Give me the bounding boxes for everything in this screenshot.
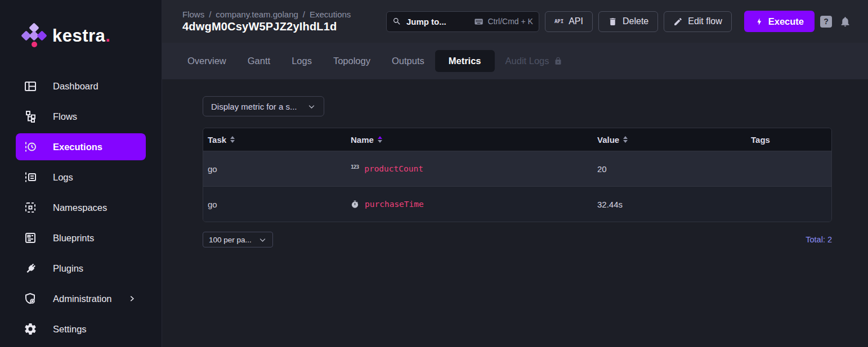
metrics-table: Task Name Value Tags go 123	[203, 128, 832, 222]
metric-filter-value: Display metric for a s...	[211, 102, 297, 111]
metric-name: purchaseTime	[365, 200, 424, 209]
sidebar-item-label: Settings	[53, 324, 87, 335]
tab-topology[interactable]: Topology	[323, 50, 381, 72]
column-header-task[interactable]: Task	[203, 135, 346, 145]
dashboard-icon	[24, 79, 37, 93]
sidebar-item-logs[interactable]: Logs	[16, 164, 146, 191]
kestra-logo-icon	[23, 24, 45, 48]
top-bar: Flows / company.team.golang / Executions…	[162, 0, 868, 43]
sort-icon-active	[378, 136, 382, 143]
shortcut-hint: Ctrl/Cmd + K	[474, 17, 533, 26]
executions-icon	[24, 140, 37, 154]
timer-metric-icon	[351, 200, 359, 209]
value-cell: 32.44s	[593, 200, 746, 209]
execute-button-label: Execute	[768, 16, 804, 27]
api-button-label: API	[569, 16, 583, 26]
delete-button[interactable]: Delete	[598, 11, 658, 32]
sidebar-item-dashboard[interactable]: Dashboard	[16, 73, 146, 100]
sidebar-item-label: Administration	[53, 294, 112, 304]
settings-icon	[24, 322, 37, 336]
blueprints-icon	[24, 231, 37, 245]
tab-gantt[interactable]: Gantt	[237, 50, 281, 72]
bell-icon[interactable]	[839, 16, 851, 28]
sidebar-item-plugins[interactable]: Plugins	[16, 255, 146, 282]
metric-filter-select[interactable]: Display metric for a s...	[203, 96, 324, 116]
breadcrumb-separator: /	[303, 10, 305, 19]
jump-to-label: Jump to...	[406, 17, 446, 26]
execution-tabs: Overview Gantt Logs Topology Outputs Met…	[162, 43, 868, 79]
breadcrumb-flows[interactable]: Flows	[182, 10, 204, 19]
edit-flow-button-label: Edit flow	[688, 16, 722, 26]
sort-icon	[623, 136, 628, 143]
breadcrumb-separator: /	[209, 10, 211, 19]
tab-overview[interactable]: Overview	[177, 50, 237, 72]
name-cell: purchaseTime	[346, 200, 593, 209]
name-cell: 123 productCount	[346, 164, 593, 173]
sidebar-item-label: Logs	[53, 172, 73, 183]
pencil-icon	[673, 17, 683, 26]
api-icon: API	[554, 19, 563, 24]
breadcrumb-executions[interactable]: Executions	[310, 10, 351, 19]
trash-icon	[608, 17, 618, 26]
task-cell: go	[203, 200, 346, 209]
sidebar-item-administration[interactable]: Administration	[16, 285, 146, 312]
tab-outputs[interactable]: Outputs	[381, 50, 435, 72]
tab-audit-logs[interactable]: Audit Logs	[495, 50, 573, 72]
breadcrumb-namespace[interactable]: company.team.golang	[216, 10, 298, 19]
table-row[interactable]: go 123 productCount 20	[203, 151, 831, 186]
task-cell: go	[203, 164, 346, 174]
brand-name: kestra.	[52, 26, 110, 46]
table-header-row: Task Name Value Tags	[203, 128, 831, 151]
edit-flow-button[interactable]: Edit flow	[664, 11, 731, 32]
column-header-name[interactable]: Name	[346, 135, 593, 145]
execution-id-title: 4dwgM0CsyW5PJZ2yIhdL1d	[182, 20, 381, 33]
sidebar-item-label: Blueprints	[53, 233, 94, 244]
administration-icon	[24, 292, 37, 305]
sidebar-item-settings[interactable]: Settings	[16, 316, 146, 343]
api-button[interactable]: API API	[545, 11, 593, 32]
keyboard-icon	[474, 17, 484, 26]
pagination-bar: 100 per pa... Total: 2	[203, 232, 832, 247]
column-header-value[interactable]: Value	[593, 135, 746, 145]
metric-name: productCount	[364, 164, 423, 173]
search-icon	[392, 17, 401, 26]
sidebar-item-blueprints[interactable]: Blueprints	[16, 224, 146, 251]
sidebar-item-label: Executions	[53, 142, 102, 152]
sidebar-item-label: Dashboard	[53, 81, 99, 92]
sidebar-item-label: Flows	[53, 111, 77, 122]
sidebar-item-flows[interactable]: Flows	[16, 103, 146, 130]
jump-to-search[interactable]: Jump to... Ctrl/Cmd + K	[386, 11, 539, 32]
total-count: Total: 2	[806, 235, 832, 244]
delete-button-label: Delete	[623, 16, 648, 26]
page-size-value: 100 per pa...	[209, 236, 252, 244]
metrics-content: Display metric for a s... Task Name Valu…	[162, 79, 868, 347]
sidebar-nav: Dashboard Flows Executions Logs Namespac…	[0, 71, 162, 344]
chevron-down-icon	[258, 236, 267, 244]
column-header-tags: Tags	[746, 135, 831, 145]
tab-metrics[interactable]: Metrics	[435, 50, 495, 72]
sort-icon	[230, 136, 235, 143]
plugins-icon	[24, 262, 37, 275]
chevron-down-icon	[307, 102, 316, 111]
breadcrumb: Flows / company.team.golang / Executions	[182, 10, 381, 19]
lightning-bolt-icon	[755, 17, 763, 26]
lock-icon	[554, 57, 562, 65]
main-area: Flows / company.team.golang / Executions…	[162, 0, 868, 347]
sidebar-item-label: Namespaces	[53, 202, 107, 213]
numeric-metric-icon: 123	[351, 164, 359, 170]
flows-icon	[24, 110, 37, 123]
kestra-logo[interactable]: kestra.	[0, 0, 162, 48]
sidebar-item-label: Plugins	[53, 263, 83, 274]
sidebar-item-namespaces[interactable]: Namespaces	[16, 194, 146, 221]
tab-logs[interactable]: Logs	[281, 50, 323, 72]
page-size-select[interactable]: 100 per pa...	[203, 232, 273, 247]
namespaces-icon	[24, 201, 37, 214]
execute-button[interactable]: Execute	[744, 11, 815, 32]
sidebar-item-executions[interactable]: Executions	[16, 133, 146, 160]
breadcrumb-block: Flows / company.team.golang / Executions…	[182, 10, 381, 33]
table-row[interactable]: go purchaseTime 32.44s	[203, 186, 831, 222]
help-icon[interactable]: ?	[820, 16, 832, 28]
value-cell: 20	[593, 164, 746, 174]
logs-icon	[24, 170, 37, 184]
topbar-icons: ?	[820, 16, 851, 28]
